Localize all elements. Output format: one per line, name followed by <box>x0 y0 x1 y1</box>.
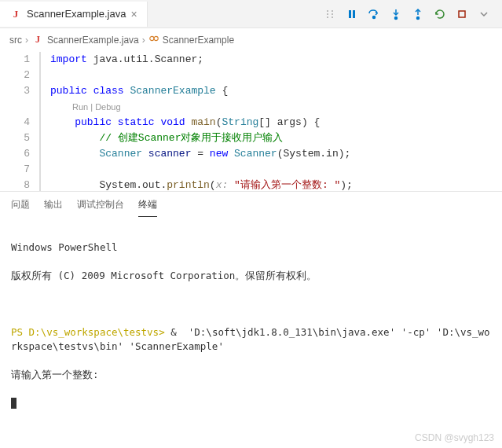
terminal-line: Windows PowerShell <box>11 241 491 255</box>
editor-tab[interactable]: J ScannerExample.java × <box>0 2 148 27</box>
tab-bar: J ScannerExample.java × <box>0 0 502 28</box>
chevron-right-icon: › <box>25 35 28 46</box>
svg-point-4 <box>332 13 333 15</box>
codelens-debug[interactable]: Debug <box>95 102 120 112</box>
codelens-run[interactable]: Run <box>72 102 88 112</box>
chevron-down-icon[interactable] <box>474 4 494 24</box>
stop-icon[interactable] <box>452 4 472 24</box>
close-icon[interactable]: × <box>130 8 137 20</box>
breadcrumb-file[interactable]: J ScannerExample.java <box>31 34 139 46</box>
panel-tabs: 问题 输出 调试控制台 终端 <box>0 191 502 217</box>
breadcrumb: src › J ScannerExample.java › ScannerExa… <box>0 28 502 52</box>
svg-point-1 <box>327 13 328 15</box>
tab-terminal[interactable]: 终端 <box>138 198 157 217</box>
chevron-right-icon: › <box>142 35 145 46</box>
pause-icon[interactable] <box>342 4 362 24</box>
tab-output[interactable]: 输出 <box>44 198 63 217</box>
debug-toolbar <box>320 4 502 24</box>
svg-point-8 <box>373 16 376 18</box>
drag-handle-icon[interactable] <box>320 4 340 24</box>
svg-point-0 <box>327 10 328 12</box>
restart-icon[interactable] <box>430 4 450 24</box>
step-into-icon[interactable] <box>386 4 406 24</box>
terminal-line <box>11 297 491 311</box>
terminal-line: 请输入第一个整数: <box>11 368 491 382</box>
svg-point-2 <box>327 17 328 18</box>
terminal-line: PS D:\vs_workspace\testvs> & 'D:\soft\jd… <box>11 325 491 354</box>
svg-point-10 <box>417 17 420 19</box>
line-gutter: 1234567891011121314151617 <box>0 52 39 191</box>
step-over-icon[interactable] <box>364 4 384 24</box>
terminal-line: 版权所有 (C) 2009 Microsoft Corporation。保留所有… <box>11 269 491 283</box>
code-editor[interactable]: 1234567891011121314151617 import java.ut… <box>0 52 502 191</box>
svg-rect-11 <box>459 11 465 17</box>
breadcrumb-root[interactable]: src <box>9 35 22 46</box>
breadcrumb-class[interactable]: ScannerExample <box>148 33 234 46</box>
tab-debug-console[interactable]: 调试控制台 <box>77 198 124 217</box>
watermark: CSDN @svygh123 <box>415 431 494 445</box>
svg-point-13 <box>154 36 158 40</box>
class-icon <box>148 33 159 46</box>
java-file-icon: J <box>9 8 22 20</box>
step-out-icon[interactable] <box>408 4 428 24</box>
svg-rect-7 <box>353 10 355 18</box>
cursor-icon <box>11 398 16 409</box>
svg-point-12 <box>149 36 153 40</box>
terminal[interactable]: Windows PowerShell 版权所有 (C) 2009 Microso… <box>0 217 502 448</box>
svg-point-9 <box>395 17 398 19</box>
svg-point-5 <box>332 17 333 18</box>
tab-problems[interactable]: 问题 <box>11 198 30 217</box>
codelens: Run | Debug <box>50 99 502 115</box>
code-content[interactable]: import java.util.Scanner; public class S… <box>39 52 502 191</box>
terminal-line <box>11 396 491 410</box>
svg-rect-6 <box>349 10 351 18</box>
java-file-icon: J <box>31 34 44 46</box>
svg-point-3 <box>332 10 333 12</box>
tab-filename: ScannerExample.java <box>27 8 126 20</box>
